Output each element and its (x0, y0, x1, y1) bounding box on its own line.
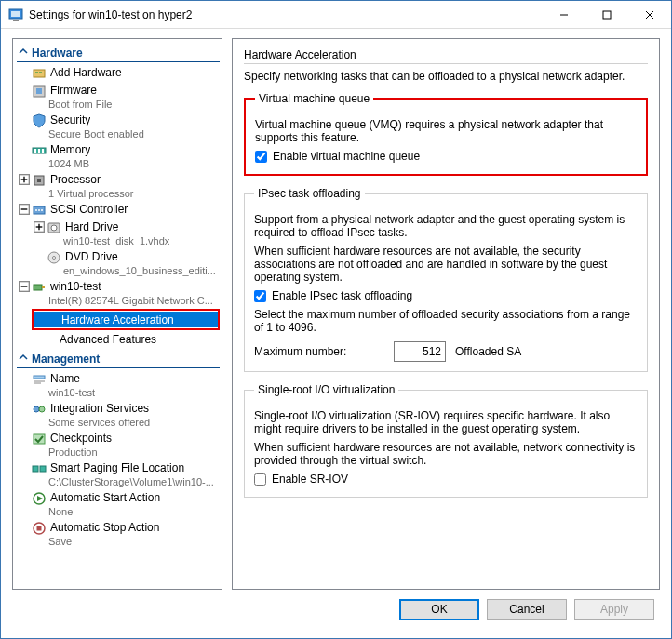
tree-item-security[interactable]: Security (17, 112, 220, 129)
max-number-suffix: Offloaded SA (455, 345, 521, 358)
ok-button[interactable]: OK (399, 599, 479, 620)
checkpoints-icon (32, 432, 47, 446)
svg-point-41 (34, 406, 39, 412)
dvd-icon (47, 250, 61, 265)
svg-rect-14 (38, 149, 40, 153)
tree-sub-processor: 1 Virtual processor (17, 188, 220, 199)
titlebar: Settings for win10-test on hyper2 (1, 1, 671, 29)
checkbox-label-ipsec: Enable IPsec task offloading (272, 289, 412, 302)
svg-point-42 (39, 406, 45, 412)
tree-sub-nic: Intel(R) 82574L Gigabit Network C... (17, 295, 220, 306)
svg-rect-2 (13, 20, 19, 21)
ipsec-desc2: When sufficient hardware resources are n… (254, 245, 638, 284)
auto-start-icon (32, 491, 47, 506)
tree-item-auto-start[interactable]: Automatic Start Action (17, 489, 220, 507)
checkbox-row-ipsec[interactable]: Enable IPsec task offloading (254, 289, 638, 302)
tree-item-scsi[interactable]: SCSI Controller (17, 201, 220, 219)
tree-item-advanced-features[interactable]: Advanced Features (32, 331, 220, 347)
management-section-label: Management (32, 353, 100, 366)
tree-item-hard-drive[interactable]: Hard Drive (32, 219, 220, 236)
ipsec-range: Select the maximum number of offloaded s… (254, 308, 638, 334)
checkbox-row-sriov[interactable]: Enable SR-IOV (254, 473, 638, 486)
svg-rect-43 (34, 434, 45, 444)
svg-rect-20 (37, 179, 41, 182)
tree-item-integration-services[interactable]: Integration Services (17, 400, 220, 418)
integration-icon (32, 402, 47, 417)
group-vmq: Virtual machine queue Virtual machine qu… (244, 92, 648, 176)
expand-icon[interactable] (19, 174, 30, 185)
checkbox-enable-vmq[interactable] (255, 151, 267, 163)
svg-rect-8 (35, 72, 38, 73)
highlight-hardware-acceleration: Hardware Acceleration (32, 309, 220, 330)
scsi-icon (32, 203, 47, 218)
hardware-section-label: Hardware (32, 47, 83, 60)
svg-rect-45 (40, 466, 46, 472)
svg-point-25 (38, 209, 40, 211)
tree-sub-dvd: en_windows_10_business_editi... (32, 265, 220, 276)
cancel-button[interactable]: Cancel (487, 599, 567, 620)
tree-sub-auto-stop: Save (17, 536, 220, 547)
tree-item-dvd[interactable]: DVD Drive (32, 248, 220, 266)
window-title: Settings for win10-test on hyper2 (29, 8, 543, 21)
tree-item-auto-stop[interactable]: Automatic Stop Action (17, 519, 220, 537)
page-intro: Specify networking tasks that can be off… (244, 70, 648, 83)
management-section-header[interactable]: Management (17, 351, 220, 368)
paging-file-icon (32, 461, 47, 476)
settings-window: Settings for win10-test on hyper2 Hardwa… (0, 0, 672, 639)
close-button[interactable] (628, 1, 671, 29)
svg-rect-38 (34, 376, 45, 379)
tree-item-name[interactable]: Name (17, 370, 220, 388)
checkbox-enable-ipsec[interactable] (254, 290, 266, 302)
svg-point-24 (35, 209, 37, 211)
svg-point-31 (51, 225, 57, 231)
tree-item-checkpoints[interactable]: Checkpoints (17, 430, 220, 447)
group-sriov: Single-root I/O virtualization Single-ro… (244, 383, 648, 498)
svg-rect-7 (34, 70, 45, 77)
tree-sub-hard-drive: win10-test_disk_1.vhdx (32, 235, 220, 246)
group-ipsec: IPsec task offloading Support from a phy… (244, 187, 648, 372)
tree-sub-name: win10-test (17, 387, 220, 398)
name-icon (32, 372, 47, 387)
svg-rect-11 (36, 88, 42, 94)
tree-item-firmware[interactable]: Firmware (17, 82, 220, 100)
apply-button[interactable]: Apply (574, 599, 654, 620)
tree-sub-memory: 1024 MB (17, 158, 220, 169)
minimize-button[interactable] (543, 1, 585, 29)
svg-point-26 (41, 209, 43, 211)
collapse-icon[interactable] (19, 204, 30, 215)
memory-icon (32, 143, 47, 158)
chevron-down-icon (19, 47, 28, 57)
max-number-label: Maximum number: (254, 345, 384, 358)
tree-sub-firmware: Boot from File (17, 99, 220, 110)
add-hardware-icon (32, 66, 47, 81)
checkbox-label-vmq: Enable virtual machine queue (273, 150, 420, 163)
sriov-desc2: When sufficient hardware resources are n… (254, 441, 638, 467)
maximize-button[interactable] (585, 1, 628, 29)
dialog-footer: OK Cancel Apply (12, 590, 660, 629)
tree-item-network-adapter[interactable]: win10-test (17, 278, 220, 296)
expand-icon[interactable] (34, 221, 45, 233)
vm-settings-icon (8, 7, 23, 22)
tree-item-hardware-acceleration[interactable]: Hardware Acceleration (34, 312, 218, 327)
tree-item-memory[interactable]: Memory (17, 141, 220, 159)
settings-tree[interactable]: Hardware Add Hardware Firmware B (12, 38, 222, 590)
checkbox-row-vmq[interactable]: Enable virtual machine queue (255, 150, 637, 163)
firmware-icon (32, 84, 47, 99)
hardware-section-header[interactable]: Hardware (17, 45, 220, 62)
auto-stop-icon (32, 521, 47, 536)
tree-sub-security: Secure Boot enabled (17, 128, 220, 140)
collapse-icon[interactable] (19, 281, 30, 292)
tree-item-processor[interactable]: Processor (17, 171, 220, 189)
svg-rect-4 (603, 11, 611, 19)
tree-sub-auto-start: None (17, 506, 220, 517)
max-number-input[interactable] (394, 341, 446, 362)
tree-item-smart-paging[interactable]: Smart Paging File Location (17, 459, 220, 477)
legend-ipsec: IPsec task offloading (254, 187, 365, 200)
svg-rect-13 (34, 149, 36, 153)
legend-vmq: Virtual machine queue (255, 92, 373, 105)
svg-rect-37 (42, 286, 45, 288)
legend-sriov: Single-root I/O virtualization (254, 383, 398, 396)
vmq-desc: Virtual machine queue (VMQ) requires a p… (255, 118, 637, 144)
checkbox-enable-sriov[interactable] (254, 473, 266, 486)
tree-item-add-hardware[interactable]: Add Hardware (17, 64, 220, 82)
